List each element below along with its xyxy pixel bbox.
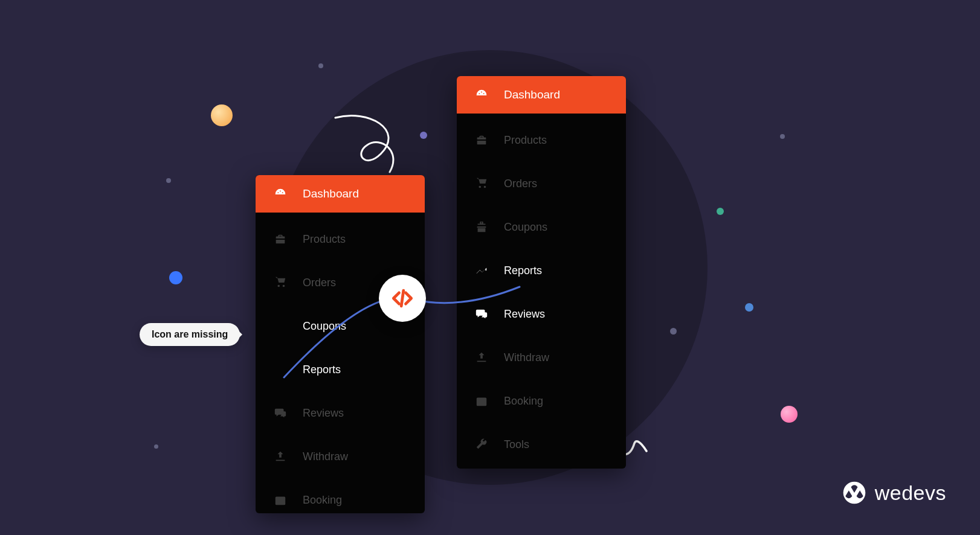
gift-icon [475, 220, 488, 234]
sidebar-menu: Products Orders Coupons Reports Reviews … [256, 213, 425, 513]
sidebar-item-label: Orders [504, 178, 537, 190]
sidebar-item-reviews[interactable]: Reviews [457, 292, 626, 336]
sidebar-item-withdraw[interactable]: Withdraw [256, 435, 425, 478]
decorative-dot [166, 178, 171, 183]
calendar-icon [475, 394, 488, 408]
brand-logo: wedevs [841, 479, 946, 506]
reviews-icon [274, 406, 287, 420]
sidebar-item-label: Reports [504, 264, 542, 277]
code-badge [379, 275, 426, 322]
sidebar-item-booking[interactable]: Booking [457, 379, 626, 423]
sidebar-item-label: Dashboard [303, 187, 359, 200]
brand-name: wedevs [875, 481, 946, 505]
code-icon [389, 285, 416, 312]
upload-icon [475, 351, 488, 364]
sidebar-item-label: Orders [303, 277, 336, 289]
sidebar-item-label: Reports [303, 364, 341, 376]
wedevs-icon [841, 479, 868, 506]
decorative-dot [154, 444, 158, 449]
sidebar-item-dashboard[interactable]: Dashboard [457, 76, 626, 114]
decorative-dot [318, 63, 323, 68]
sidebar-item-products[interactable]: Products [457, 118, 626, 162]
sidebar-item-label: Dashboard [504, 88, 560, 101]
decorative-dot [781, 406, 798, 423]
decorative-dot [717, 208, 724, 215]
sidebar-item-label: Tools [504, 438, 529, 451]
briefcase-icon [274, 232, 287, 246]
sidebar-item-reviews[interactable]: Reviews [256, 391, 425, 435]
sidebar-item-booking[interactable]: Booking [256, 478, 425, 513]
sidebar-item-label: Withdraw [303, 450, 348, 463]
decorative-dot [745, 303, 753, 312]
upload-icon [274, 450, 287, 463]
sidebar-item-label: Booking [303, 494, 342, 507]
decorative-dot [670, 328, 677, 335]
sidebar-item-coupons[interactable]: Coupons [457, 205, 626, 249]
cart-icon [475, 177, 488, 190]
sidebar-item-reports[interactable]: Reports [457, 249, 626, 292]
sidebar-item-label: Coupons [504, 221, 547, 234]
decorative-dot [169, 271, 182, 284]
dashboard-icon [475, 88, 488, 101]
sidebar-item-label: Products [303, 233, 346, 246]
sidebar-menu: Products Orders Coupons Reports Reviews … [457, 114, 626, 466]
sidebar-item-label: Booking [504, 395, 543, 408]
sidebar-item-label: Products [504, 134, 547, 147]
sidebar-item-label: Reviews [504, 308, 545, 321]
tooltip-text: Icon are missing [152, 329, 228, 339]
reviews-icon [475, 307, 488, 321]
tooltip-icons-missing: Icon are missing [140, 323, 240, 346]
sidebar-item-label: Reviews [303, 407, 344, 420]
sidebar-item-label: Withdraw [504, 351, 549, 364]
trend-icon [475, 264, 488, 277]
sidebar-item-tools[interactable]: Tools [457, 423, 626, 466]
sidebar-item-withdraw[interactable]: Withdraw [457, 336, 626, 379]
sidebar-panel-right: Dashboard Products Orders Coupons Report… [457, 76, 626, 469]
wrench-icon [475, 438, 488, 451]
sidebar-item-orders[interactable]: Orders [457, 162, 626, 205]
decorative-squiggle [332, 112, 423, 178]
sidebar-panel-left: Dashboard Products Orders Coupons Report… [256, 175, 425, 513]
sidebar-item-dashboard[interactable]: Dashboard [256, 175, 425, 213]
decorative-dot [780, 134, 785, 139]
sidebar-item-label: Coupons [303, 320, 346, 333]
sidebar-item-products[interactable]: Products [256, 217, 425, 261]
calendar-icon [274, 493, 287, 507]
dashboard-icon [274, 187, 287, 200]
briefcase-icon [475, 133, 488, 147]
sidebar-item-reports[interactable]: Reports [256, 348, 425, 391]
cart-icon [274, 276, 287, 289]
decorative-dot [211, 104, 233, 126]
